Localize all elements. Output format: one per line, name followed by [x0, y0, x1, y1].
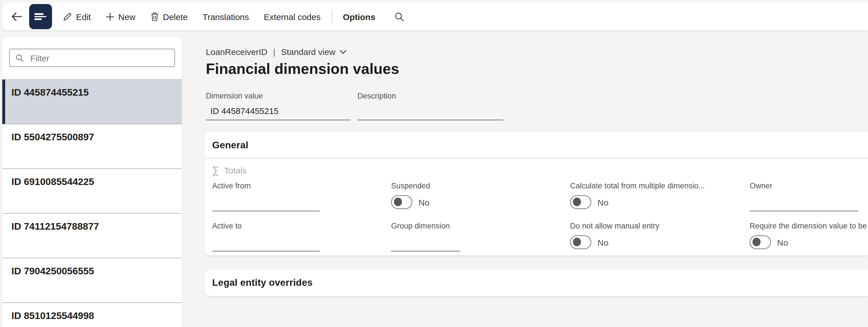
- group-dimension-label: Group dimension: [391, 222, 561, 231]
- record-list: ID 445874455215 ID 5504275500897 ID 6910…: [2, 79, 182, 327]
- content-area: LoanReceiverID | Standard view Financial…: [197, 37, 868, 327]
- arrow-left-icon: [11, 12, 22, 21]
- require-balanced-toggle[interactable]: [750, 235, 771, 249]
- edit-button[interactable]: Edit: [56, 3, 98, 30]
- no-manual-entry-field: Do not allow manual entry No: [570, 222, 750, 253]
- calc-total-toggle[interactable]: [570, 195, 591, 209]
- plus-icon: [106, 12, 114, 21]
- navigation-pane-button[interactable]: [29, 4, 52, 29]
- list-item-label: ID 7904250056555: [11, 266, 94, 277]
- command-bar: Edit New Delete Translations External co…: [2, 3, 868, 30]
- toggle-knob: [573, 197, 581, 206]
- general-fields-grid: Active from Suspended No Calculate total…: [205, 175, 868, 255]
- description-label: Description: [358, 92, 503, 101]
- active-from-input[interactable]: [212, 191, 320, 211]
- list-item-label: ID 445874455215: [11, 87, 89, 98]
- list-item-label: ID 74112154788877: [11, 221, 99, 232]
- search-icon: [395, 12, 404, 22]
- filter-field[interactable]: [9, 49, 175, 67]
- record-id: LoanReceiverID: [206, 47, 267, 57]
- list-item-label: ID 6910085544225: [11, 176, 94, 187]
- owner-input[interactable]: [750, 191, 858, 211]
- breadcrumb: LoanReceiverID | Standard view: [206, 47, 868, 57]
- suspended-value: No: [418, 197, 429, 207]
- back-button[interactable]: [9, 9, 24, 24]
- page-title: Financial dimension values: [206, 60, 868, 78]
- trash-icon: [150, 12, 159, 21]
- general-section: General ∑ Totals Active from Suspended N…: [205, 132, 868, 255]
- options-button[interactable]: Options: [335, 3, 382, 30]
- totals-button[interactable]: ∑ Totals: [205, 165, 868, 175]
- suspended-toggle[interactable]: [391, 195, 412, 209]
- filter-input[interactable]: [29, 52, 169, 63]
- toolbar-separator: [331, 9, 332, 24]
- active-to-label: Active to: [212, 222, 382, 231]
- list-item[interactable]: ID 7904250056555: [2, 258, 182, 303]
- list-item-label: ID 8510125544998: [11, 310, 94, 321]
- list-item[interactable]: ID 6910085544225: [2, 169, 182, 214]
- group-dimension-field: Group dimension: [391, 222, 570, 253]
- search-button[interactable]: [391, 8, 408, 25]
- record-list-panel: ID 445874455215 ID 5504275500897 ID 6910…: [2, 37, 182, 327]
- calc-total-field: Calculate total from multiple dimensio..…: [570, 182, 750, 222]
- description-input[interactable]: [362, 106, 503, 116]
- hamburger-icon: [34, 12, 46, 21]
- list-item[interactable]: ID 445874455215: [2, 80, 182, 124]
- options-label: Options: [343, 12, 375, 22]
- active-to-field: Active to: [212, 222, 391, 253]
- totals-label: Totals: [224, 165, 246, 175]
- owner-field: Owner: [750, 182, 868, 222]
- group-dimension-input[interactable]: [391, 231, 460, 251]
- list-item[interactable]: ID 8510125544998: [2, 303, 182, 327]
- delete-label: Delete: [163, 12, 188, 22]
- list-item[interactable]: ID 5504275500897: [2, 124, 182, 169]
- toggle-knob: [573, 238, 581, 246]
- external-codes-label: External codes: [264, 12, 320, 22]
- pencil-icon: [63, 12, 72, 21]
- legal-entity-overrides-title[interactable]: Legal entity overrides: [205, 270, 868, 296]
- general-section-title[interactable]: General: [205, 132, 868, 159]
- list-item-label: ID 5504275500897: [11, 132, 94, 143]
- active-to-input[interactable]: [212, 231, 320, 251]
- view-selector[interactable]: Standard view: [281, 47, 346, 57]
- suspended-label: Suspended: [391, 182, 561, 191]
- calc-total-label: Calculate total from multiple dimensio..…: [570, 182, 741, 191]
- no-manual-entry-toggle[interactable]: [570, 235, 591, 249]
- dimension-value-input[interactable]: [210, 106, 350, 116]
- delete-button[interactable]: Delete: [143, 3, 195, 30]
- calc-total-value: No: [597, 197, 609, 207]
- new-button[interactable]: New: [98, 3, 143, 30]
- description-field: Description: [358, 92, 503, 120]
- dimension-value-label: Dimension value: [206, 92, 350, 101]
- no-manual-entry-label: Do not allow manual entry: [570, 222, 741, 231]
- chevron-down-icon: [339, 50, 346, 54]
- sigma-icon: ∑: [212, 165, 219, 175]
- no-manual-entry-value: No: [597, 237, 609, 247]
- new-label: New: [118, 12, 135, 22]
- edit-label: Edit: [76, 12, 91, 22]
- active-from-field: Active from: [212, 182, 391, 222]
- header-fields: Dimension value Description: [206, 92, 868, 120]
- view-label: Standard view: [281, 47, 335, 57]
- legal-entity-overrides-section: Legal entity overrides: [205, 270, 868, 296]
- toggle-knob: [752, 238, 761, 246]
- require-balanced-label: Require the dimension value to be bal...: [750, 222, 868, 231]
- external-codes-button[interactable]: External codes: [256, 3, 328, 30]
- translations-label: Translations: [203, 12, 249, 22]
- breadcrumb-separator: |: [273, 47, 275, 57]
- owner-label: Owner: [750, 182, 868, 191]
- require-balanced-field: Require the dimension value to be bal...…: [750, 222, 868, 253]
- toggle-knob: [394, 197, 402, 206]
- require-balanced-value: No: [777, 237, 788, 247]
- suspended-field: Suspended No: [391, 182, 570, 222]
- list-item[interactable]: ID 74112154788877: [2, 214, 182, 258]
- search-icon: [16, 54, 24, 62]
- translations-button[interactable]: Translations: [195, 3, 256, 30]
- active-from-label: Active from: [212, 182, 382, 191]
- dimension-value-field: Dimension value: [206, 92, 350, 120]
